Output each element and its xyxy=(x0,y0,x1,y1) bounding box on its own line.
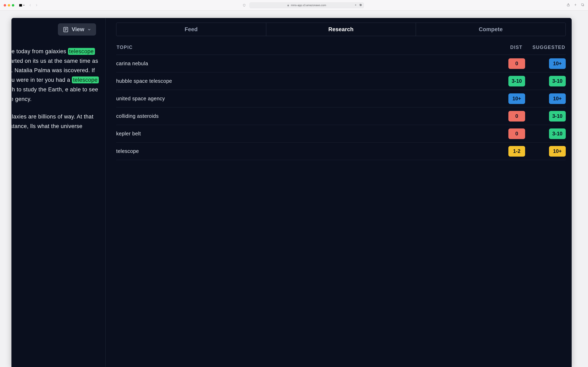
dist-cell: 0 xyxy=(502,111,531,122)
topic-cell: telescope xyxy=(116,148,502,154)
suggested-badge: 3-10 xyxy=(549,111,566,122)
article-text: see today from galaxies telescope starte… xyxy=(11,47,102,139)
tab-compete[interactable]: Compete xyxy=(416,23,566,36)
header-suggested: SUGGESTED xyxy=(531,45,565,50)
suggested-cell: 3-10 xyxy=(531,111,566,122)
suggested-badge: 10+ xyxy=(549,93,566,104)
nav-buttons xyxy=(28,3,39,8)
topic-cell: kepler belt xyxy=(116,131,502,137)
table-row[interactable]: carina nebula010+ xyxy=(116,55,566,72)
minimize-window-button[interactable] xyxy=(8,4,10,7)
table-row[interactable]: hubble space telescope3-103-10 xyxy=(116,72,566,90)
article-paragraph-1: see today from galaxies telescope starte… xyxy=(11,47,102,104)
app-page: View see today from galaxies telescope s… xyxy=(11,18,572,367)
tab-bar: FeedResearchCompete xyxy=(116,23,566,36)
window-controls xyxy=(4,4,14,7)
dist-cell: 0 xyxy=(502,58,531,69)
share-button[interactable] xyxy=(567,3,570,7)
address-bar[interactable]: mms-app.s3.amazonaws.com xyxy=(250,2,364,8)
dist-badge: 0 xyxy=(508,128,525,139)
header-dist: DIST xyxy=(502,45,531,50)
suggested-cell: 10+ xyxy=(531,146,566,157)
view-button-label: View xyxy=(72,26,84,33)
lock-icon xyxy=(287,4,289,6)
dist-cell: 0 xyxy=(502,128,531,139)
suggested-badge: 10+ xyxy=(549,58,566,69)
table-header: TOPIC DIST SUGGESTED xyxy=(116,45,566,55)
view-mode-button[interactable]: View xyxy=(58,24,96,35)
tab-feed[interactable]: Feed xyxy=(116,23,266,36)
svg-rect-6 xyxy=(581,4,583,6)
suggested-cell: 10+ xyxy=(531,58,566,69)
suggested-badge: 3-10 xyxy=(549,76,566,86)
suggested-cell: 3-10 xyxy=(531,76,566,86)
topic-table-body: carina nebula010+hubble space telescope3… xyxy=(116,55,566,160)
tab-overview-button[interactable] xyxy=(581,3,584,7)
table-row[interactable]: telescope1-210+ xyxy=(116,142,566,160)
svg-rect-2 xyxy=(287,5,289,6)
highlighted-term: telescope xyxy=(72,76,99,83)
topic-cell: united space agency xyxy=(116,96,502,101)
reload-button[interactable] xyxy=(359,4,362,7)
toolbar-right xyxy=(567,3,584,7)
document-icon xyxy=(63,26,69,33)
forward-button[interactable] xyxy=(34,3,39,8)
url-text: mms-app.s3.amazonaws.com xyxy=(291,4,326,7)
dist-badge: 3-10 xyxy=(508,76,525,86)
dist-cell: 1-2 xyxy=(502,146,531,157)
topic-cell: colliding asteroids xyxy=(116,113,502,119)
suggested-cell: 10+ xyxy=(531,93,566,104)
new-tab-button[interactable] xyxy=(574,3,577,7)
topic-cell: carina nebula xyxy=(116,60,502,67)
browser-viewport: View see today from galaxies telescope s… xyxy=(0,11,588,367)
dist-cell: 3-10 xyxy=(502,76,531,86)
zoom-window-button[interactable] xyxy=(12,4,14,7)
table-row[interactable]: united space agency10+10+ xyxy=(116,90,566,108)
chevron-down-icon xyxy=(87,27,91,32)
suggested-badge: 10+ xyxy=(549,146,566,157)
table-row[interactable]: kepler belt03-10 xyxy=(116,125,566,142)
svg-rect-0 xyxy=(19,4,22,7)
table-row[interactable]: colliding asteroids03-10 xyxy=(116,108,566,125)
dist-cell: 10+ xyxy=(502,93,531,104)
dist-badge: 0 xyxy=(508,111,525,122)
sidebar-toggle[interactable] xyxy=(19,3,25,7)
browser-window: mms-app.s3.amazonaws.com xyxy=(0,0,588,367)
reader-muted-icon[interactable] xyxy=(355,4,357,7)
browser-toolbar: mms-app.s3.amazonaws.com xyxy=(0,0,588,11)
suggested-cell: 3-10 xyxy=(531,128,566,139)
tab-research[interactable]: Research xyxy=(266,23,416,36)
dist-badge: 0 xyxy=(508,58,525,69)
highlighted-term: telescope xyxy=(68,48,95,55)
suggested-badge: 3-10 xyxy=(549,128,566,139)
article-paragraph-2: galaxies are billions of way. At that di… xyxy=(11,112,102,131)
dist-badge: 10+ xyxy=(508,93,525,104)
header-topic: TOPIC xyxy=(117,45,502,50)
back-button[interactable] xyxy=(28,3,33,8)
privacy-shield-icon[interactable] xyxy=(242,3,247,8)
dist-badge: 1-2 xyxy=(508,146,525,157)
close-window-button[interactable] xyxy=(4,4,6,7)
topic-cell: hubble space telescope xyxy=(116,78,502,84)
right-pane: FeedResearchCompete TOPIC DIST SUGGESTED… xyxy=(105,18,571,367)
left-pane: View see today from galaxies telescope s… xyxy=(12,18,105,367)
